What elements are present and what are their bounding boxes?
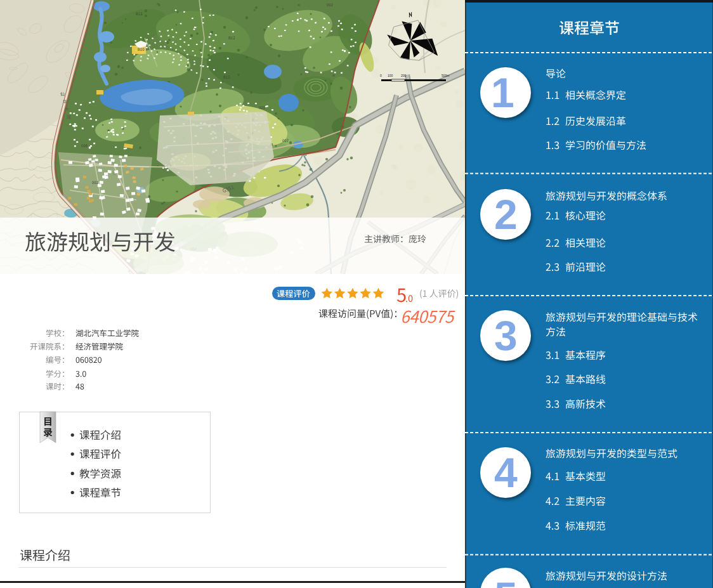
svg-text:0: 0 (380, 74, 382, 77)
svg-text:100: 100 (388, 74, 393, 77)
svg-text:500m: 500m (442, 74, 450, 77)
svg-text:200: 200 (401, 74, 407, 77)
